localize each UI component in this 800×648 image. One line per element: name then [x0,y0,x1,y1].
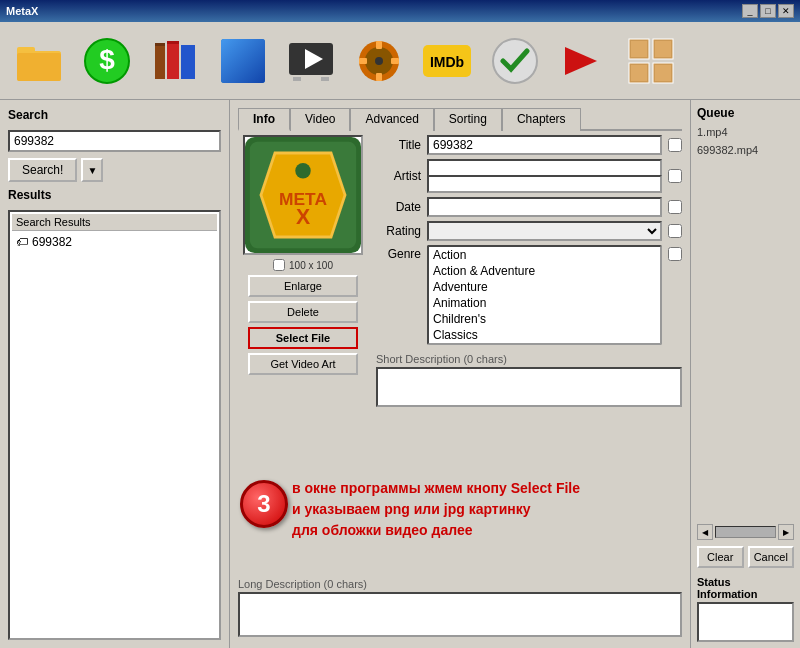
svg-rect-9 [155,43,165,46]
enlarge-button[interactable]: Enlarge [248,275,358,297]
queue-buttons: Clear Cancel [697,546,794,568]
step-badge: 3 [240,480,288,528]
genre-list[interactable]: Action Action & Adventure Adventure Anim… [427,245,662,345]
tab-sorting[interactable]: Sorting [434,108,502,131]
short-desc-label: Short Description (0 chars) [376,353,682,365]
search-label: Search [8,108,221,122]
status-section: Status Information [697,576,794,642]
tab-bar: Info Video Advanced Sorting Chapters [238,106,682,131]
genre-option[interactable]: Classics [429,327,660,343]
svg-text:IMDb: IMDb [430,54,464,70]
list-item[interactable]: 🏷 699382 [12,233,217,251]
right-panel: Queue 1.mp4 699382.mp4 ◀ ▶ Clear Cancel … [690,100,800,648]
svg-rect-33 [655,41,671,57]
genre-option[interactable]: Animation [429,295,660,311]
size-text: 100 x 100 [289,260,333,271]
scroll-left-button[interactable]: ◀ [697,524,713,540]
tab-chapters[interactable]: Chapters [502,108,581,131]
date-input[interactable] [427,197,662,217]
books-icon[interactable] [144,30,206,92]
minimize-button[interactable]: _ [742,4,758,18]
left-panel: Search Search! ▼ Results Search Results … [0,100,230,648]
genre-checkbox[interactable] [668,247,682,261]
svg-rect-20 [359,58,367,64]
select-file-button[interactable]: Select File [248,327,358,349]
svg-rect-34 [631,65,647,81]
close-button[interactable]: ✕ [778,4,794,18]
title-bar: MetaX _ □ ✕ [0,0,800,22]
genre-option[interactable]: Adventure [429,279,660,295]
queue-item[interactable]: 1.mp4 [697,124,794,142]
tab-info[interactable]: Info [238,108,290,131]
title-bar-buttons: _ □ ✕ [742,4,794,18]
tab-container: Info Video Advanced Sorting Chapters [230,100,690,131]
get-video-art-button[interactable]: Get Video Art [248,353,358,375]
svg-rect-21 [391,58,399,64]
artist-checkbox[interactable] [668,169,682,183]
svg-rect-3 [17,53,61,81]
title-row: Title [376,135,682,155]
artist-input[interactable] [427,159,662,175]
blue-rect-icon[interactable] [212,30,274,92]
svg-point-19 [375,57,383,65]
short-description-row: Short Description (0 chars) [376,353,682,410]
grid-icon[interactable] [620,30,682,92]
svg-rect-35 [655,65,671,81]
genre-option[interactable]: Comedy [429,343,660,345]
search-button[interactable]: Search! [8,158,77,182]
folder-icon[interactable] [8,30,70,92]
queue-scrollbar: ◀ ▶ [697,522,794,542]
search-input[interactable] [8,130,221,152]
genre-option[interactable]: Action [429,247,660,263]
imdb-icon[interactable]: IMDb [416,30,478,92]
genre-option[interactable]: Action & Adventure [429,263,660,279]
result-text: 699382 [32,235,72,249]
svg-rect-8 [181,45,195,79]
queue-item[interactable]: 699382.mp4 [697,142,794,160]
tab-advanced[interactable]: Advanced [350,108,433,131]
search-row: Search! ▼ [8,158,221,182]
show-input[interactable] [427,175,662,193]
delete-button[interactable]: Delete [248,301,358,323]
maximize-button[interactable]: □ [760,4,776,18]
toolbar: $ [0,22,800,100]
rating-row: Rating [376,221,682,241]
title-checkbox[interactable] [668,138,682,152]
play-icon[interactable] [280,30,342,92]
date-label: Date [376,200,421,214]
genre-label: Genre [376,245,421,261]
artist-label: Artist [376,169,421,183]
svg-rect-7 [167,41,179,79]
rating-select[interactable] [427,221,662,241]
svg-text:$: $ [99,44,115,75]
instruction-line3: для обложки видео далее [292,520,580,541]
cancel-button[interactable]: Cancel [748,546,795,568]
svg-point-40 [295,163,310,178]
svg-rect-6 [155,43,165,79]
genre-option[interactable]: Children's [429,311,660,327]
tab-video[interactable]: Video [290,108,350,131]
scroll-track[interactable] [715,526,776,538]
title-input[interactable] [427,135,662,155]
clear-button[interactable]: Clear [697,546,744,568]
queue-label: Queue [697,106,794,120]
size-label: 100 x 100 [273,259,333,271]
short-desc-input[interactable] [376,367,682,407]
svg-rect-22 [376,41,382,49]
scroll-right-button[interactable]: ▶ [778,524,794,540]
dollar-icon[interactable]: $ [76,30,138,92]
title-bar-text: MetaX [6,5,38,17]
main-layout: Search Search! ▼ Results Search Results … [0,100,800,648]
long-desc-input[interactable] [238,592,682,637]
film-icon[interactable] [348,30,410,92]
title-label: Title [376,138,421,152]
search-dropdown[interactable]: ▼ [81,158,103,182]
size-checkbox[interactable] [273,259,285,271]
rating-checkbox[interactable] [668,224,682,238]
arrow-right-icon[interactable] [552,30,614,92]
date-checkbox[interactable] [668,200,682,214]
artist-row: Artist [376,159,682,193]
svg-rect-16 [321,77,329,81]
check-icon[interactable] [484,30,546,92]
results-box: Search Results 🏷 699382 [8,210,221,640]
